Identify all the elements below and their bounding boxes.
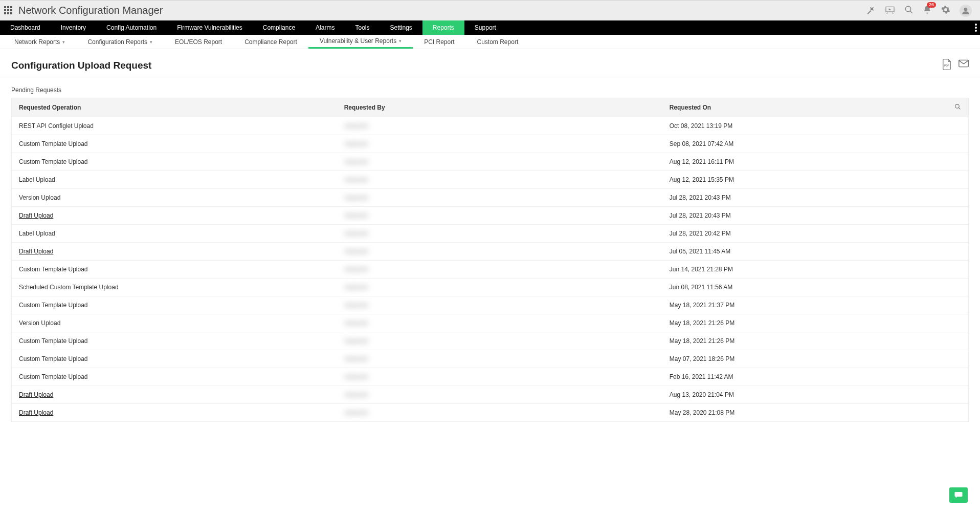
cell-operation: Scheduled Custom Template Upload [12,279,337,296]
nav-item-config-automation[interactable]: Config Automation [96,20,167,35]
svg-point-6 [975,24,977,26]
table-row: Custom Template UploadredactedMay 07, 20… [12,350,969,368]
cell-requested-on: Aug 12, 2021 16:11 PM [662,153,940,171]
svg-point-11 [955,104,960,109]
cell-requested-on: May 18, 2021 21:37 PM [662,296,940,314]
cell-operation[interactable]: Draft Upload [12,386,337,404]
cell-operation[interactable]: Draft Upload [12,404,337,422]
subnav-item-vulnerability-user-reports[interactable]: Vulnerability & User Reports▾ [308,35,413,49]
table-row: Label UploadredactedAug 12, 2021 15:35 P… [12,171,969,189]
cell-requested-by: redacted [337,117,662,135]
table-row: Custom Template UploadredactedAug 12, 20… [12,153,969,171]
redacted-text: redacted [344,140,368,147]
operation-link[interactable]: Draft Upload [19,409,53,416]
redacted-text: redacted [344,355,368,362]
user-avatar[interactable] [960,5,972,17]
subnav-item-compliance-report[interactable]: Compliance Report [233,35,308,49]
projector-icon[interactable] [885,6,895,16]
table-row: Scheduled Custom Template Uploadredacted… [12,279,969,296]
nav-item-support[interactable]: Support [464,20,506,35]
cell-operation: Custom Template Upload [12,350,337,368]
subnav-item-network-reports[interactable]: Network Reports▾ [3,35,76,49]
cell-requested-on: Jul 28, 2021 20:43 PM [662,207,940,225]
search-icon[interactable] [904,5,914,16]
table-row: Version UploadredactedJul 28, 2021 20:43… [12,189,969,207]
notifications-icon[interactable]: 26 [923,5,932,16]
email-icon[interactable] [959,59,969,72]
top-right: 26 [866,5,976,17]
table-search-icon[interactable] [940,98,968,117]
cell-operation[interactable]: Draft Upload [12,243,337,261]
subnav-item-eol-eos-report[interactable]: EOL/EOS Report [164,35,233,49]
redacted-text: redacted [344,266,368,273]
settings-icon[interactable] [941,5,950,16]
cell-requested-on: Aug 12, 2021 15:35 PM [662,171,940,189]
operation-link[interactable]: Draft Upload [19,248,53,255]
top-left: Network Configuration Manager [4,5,163,16]
chevron-down-icon: ▾ [399,38,402,44]
operation-link[interactable]: Draft Upload [19,391,53,398]
table-row: Draft UploadredactedJul 28, 2021 20:43 P… [12,207,969,225]
cell-operation: Label Upload [12,171,337,189]
table-row: Custom Template UploadredactedJun 14, 20… [12,261,969,279]
nav-item-tools[interactable]: Tools [345,20,380,35]
cell-spacer [940,296,968,314]
cell-requested-on: Jun 08, 2021 11:56 AM [662,279,940,296]
cell-spacer [940,117,968,135]
table-row: Custom Template UploadredactedSep 08, 20… [12,135,969,153]
table-row: Custom Template UploadredactedFeb 16, 20… [12,368,969,386]
nav-item-compliance[interactable]: Compliance [253,20,305,35]
col-header-operation[interactable]: Requested Operation [12,98,337,117]
col-header-requested-by[interactable]: Requested By [337,98,662,117]
cell-operation[interactable]: Draft Upload [12,207,337,225]
apps-menu-icon[interactable] [4,6,13,15]
subnav-item-label: Configuration Reports [87,38,147,46]
nav-item-alarms[interactable]: Alarms [305,20,345,35]
redacted-text: redacted [344,302,368,309]
subnav-item-pci-report[interactable]: PCI Report [413,35,465,49]
cell-operation: Custom Template Upload [12,332,337,350]
operation-link[interactable]: Draft Upload [19,212,53,219]
cell-requested-by: redacted [337,368,662,386]
page-head: Configuration Upload Request PDF [0,49,980,77]
cell-operation: Custom Template Upload [12,261,337,279]
table-row: Draft UploadredactedAug 13, 2020 21:04 P… [12,386,969,404]
cell-requested-on: Oct 08, 2021 13:19 PM [662,117,940,135]
nav-item-inventory[interactable]: Inventory [51,20,96,35]
cell-requested-by: redacted [337,225,662,243]
cell-requested-on: Jul 28, 2021 20:43 PM [662,189,940,207]
cell-operation: Custom Template Upload [12,135,337,153]
cell-spacer [940,153,968,171]
nav-item-reports[interactable]: Reports [422,20,464,35]
table-row: Draft UploadredactedMay 28, 2020 21:08 P… [12,404,969,422]
table-row: Label UploadredactedJul 28, 2021 20:42 P… [12,225,969,243]
subnav-item-label: Network Reports [14,38,60,46]
cell-spacer [940,135,968,153]
cell-spacer [940,314,968,332]
cell-requested-by: redacted [337,296,662,314]
cell-operation: REST API Configlet Upload [12,117,337,135]
export-pdf-icon[interactable]: PDF [942,59,951,72]
subnav-item-custom-report[interactable]: Custom Report [466,35,530,49]
page-title: Configuration Upload Request [11,60,151,71]
nav-item-settings[interactable]: Settings [380,20,422,35]
redacted-text: redacted [344,319,368,327]
cell-spacer [940,350,968,368]
quick-launch-icon[interactable] [866,5,876,16]
svg-point-5 [964,8,968,11]
subnav-item-label: Custom Report [477,38,519,46]
table-header-row: Requested Operation Requested By Request… [12,98,969,117]
redacted-text: redacted [344,176,368,183]
nav-item-firmware-vulnerabilities[interactable]: Firmware Vulnerabilities [167,20,253,35]
cell-requested-by: redacted [337,279,662,296]
subnav: Network Reports▾Configuration Reports▾EO… [0,35,980,49]
nav-item-dashboard[interactable]: Dashboard [0,20,51,35]
cell-requested-by: redacted [337,332,662,350]
requests-table: Requested Operation Requested By Request… [11,98,969,422]
subnav-item-configuration-reports[interactable]: Configuration Reports▾ [76,35,164,49]
col-header-requested-on[interactable]: Requested On [662,98,940,117]
svg-line-2 [893,12,894,13]
cell-spacer [940,225,968,243]
nav-overflow-icon[interactable] [975,20,977,35]
redacted-text: redacted [344,409,368,416]
